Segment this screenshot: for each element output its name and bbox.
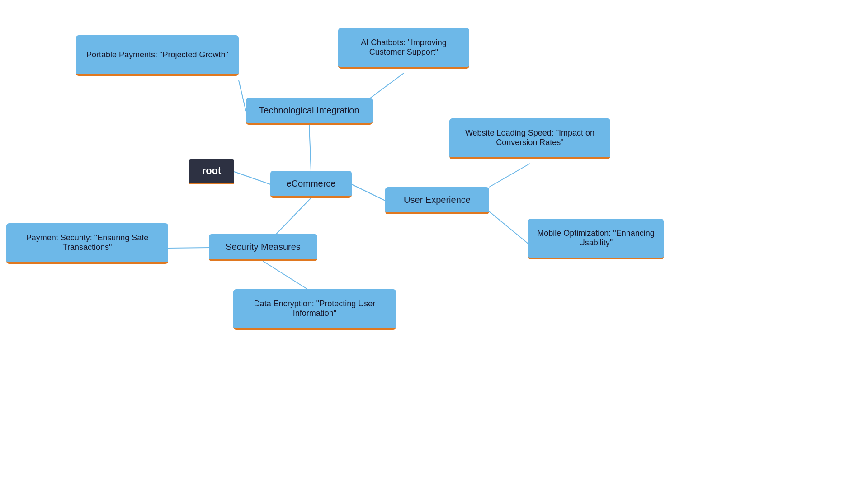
svg-line-9 [489,211,528,244]
ai-chatbots-node[interactable]: AI Chatbots: "Improving Customer Support… [338,28,469,69]
root-node[interactable]: root [189,159,234,184]
website-loading-node[interactable]: Website Loading Speed: "Impact on Conver… [449,118,610,159]
data-encryption-node[interactable]: Data Encryption: "Protecting User Inform… [233,289,396,330]
payment-security-node[interactable]: Payment Security: "Ensuring Safe Transac… [6,223,168,264]
svg-line-1 [309,125,311,171]
svg-line-4 [239,80,246,111]
portable-payments-node[interactable]: Portable Payments: "Projected Growth" [76,35,239,76]
svg-line-8 [489,164,530,187]
user-experience-node[interactable]: User Experience [385,187,489,214]
ecommerce-node[interactable]: eCommerce [270,171,352,198]
svg-line-6 [168,248,209,248]
svg-line-0 [234,172,270,184]
mobile-optimization-node[interactable]: Mobile Optimization: "Enhancing Usabilit… [528,219,664,259]
tech-integration-node[interactable]: Technological Integration [246,98,373,125]
security-measures-node[interactable]: Security Measures [209,234,317,261]
svg-line-3 [352,184,385,201]
